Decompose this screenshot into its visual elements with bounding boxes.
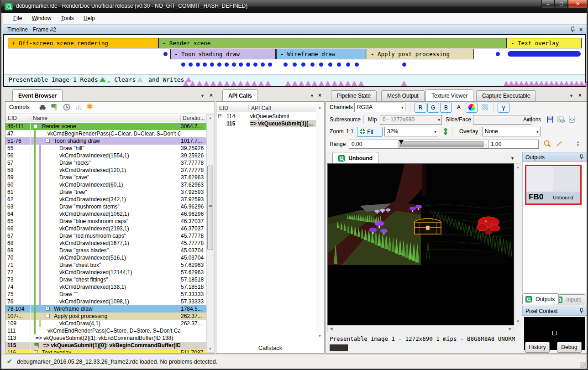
tab-texture-viewer[interactable]: Texture Viewer (425, 89, 473, 101)
expand-icon[interactable]: + (46, 307, 50, 311)
event-row[interactable]: 61Draw "tree"37.92593 (5, 188, 207, 196)
debug-button[interactable]: Debug (557, 342, 582, 353)
texture-viewer-close-icon[interactable]: × (578, 92, 582, 99)
event-row[interactable]: 66vkCmdDrawIndexed(2193,1)46.37037 (5, 225, 207, 232)
overlay-select[interactable]: None▾ (482, 127, 541, 136)
api-call-row[interactable]: 115=> vkQueueSubmit(1)[... (216, 120, 317, 127)
event-row[interactable]: 116-...+Text overlay511.7037 (5, 349, 207, 353)
texture-hscrollbar[interactable]: ◀▶ (327, 325, 514, 332)
event-row[interactable]: 60vkCmdDrawIndexed(60,1)37.62963 (5, 181, 207, 188)
event-row[interactable]: 46-111-Render scene3064.7... (5, 123, 207, 130)
event-row[interactable]: 59Draw "cave"37.62963 (5, 174, 207, 181)
collapse-icon[interactable]: - (34, 124, 38, 128)
expand-icon[interactable]: + (34, 350, 38, 353)
event-row[interactable]: 56vkCmdDrawIndexed(1554,1)39.25926 (5, 152, 207, 159)
bookmark-flag-icon[interactable] (50, 103, 58, 113)
fit-button[interactable]: Fit (357, 127, 383, 137)
event-row[interactable]: 71Draw "chest box"57.62963 (5, 261, 207, 269)
code-icon[interactable]: <> (568, 115, 576, 125)
resize-grip[interactable] (580, 362, 586, 368)
event-row[interactable]: 109vkCmdDraw(4,1)262.37... (5, 320, 207, 327)
event-row[interactable]: 113=> vkQueueSubmit(2)[1]: vkEndCommandB… (5, 334, 207, 342)
event-row[interactable]: 68vkCmdDrawIndexed(1677,1)45.77778 (5, 240, 207, 247)
channels-select[interactable]: RGBA▾ (354, 103, 405, 112)
timeline-bar[interactable]: - Apply post processing (367, 49, 474, 59)
link-icon[interactable] (557, 116, 565, 125)
timeline-panel[interactable]: + Off-screen scene rendering- Render sce… (3, 34, 586, 87)
tab-unbound-texture[interactable]: Unbound (332, 152, 378, 163)
event-row[interactable]: 78-104+Wireframe draw1784.5... (5, 305, 207, 313)
tab-event-browser[interactable]: Event Browser (12, 89, 63, 101)
range-spinner-icon[interactable]: ▲▼ (576, 141, 580, 147)
tab-outputs[interactable]: Outputs (522, 293, 559, 304)
save-icon[interactable] (546, 115, 554, 125)
event-row[interactable]: 57Draw "rocks"37.77778 (5, 159, 207, 167)
chevron-down-icon[interactable]: ▾ (311, 93, 313, 98)
flip-y-icon[interactable] (443, 127, 448, 137)
expand-icon[interactable]: + (218, 114, 222, 118)
event-row[interactable]: 75Draw ""57.33333 (5, 291, 207, 298)
api-call-text[interactable]: => vkQueueSubmit(1)[... (250, 120, 316, 127)
channel-b-button[interactable]: B (440, 103, 452, 113)
channel-g-button[interactable]: G (427, 103, 439, 113)
event-row[interactable]: 73Draw "chest fittings"57.18518 (5, 276, 207, 283)
zoom-select[interactable]: 32%▾ (384, 127, 438, 136)
event-browser-columns[interactable]: EID Name Duratio... (5, 114, 207, 122)
collapse-icon[interactable]: - (46, 139, 50, 143)
mip-select[interactable]: 0 - 1272x690▾ (380, 115, 442, 125)
event-row[interactable]: 62vkCmdDrawIndexed(342,1)37.92593 (5, 196, 207, 203)
event-row[interactable]: 51-76-Toon shading draw1017.7... (5, 137, 207, 145)
chevron-down-icon[interactable]: ▾ (201, 93, 204, 98)
event-row[interactable]: 67Draw "red mushroom caps"45.77778 (5, 232, 207, 240)
range-max-input[interactable]: 1.00 (488, 140, 539, 149)
api-call-row[interactable]: +114vkQueueSubmit (216, 113, 317, 120)
minimize-button[interactable]: – (541, 0, 555, 9)
zoom-1to1-button[interactable]: 1:1 (346, 128, 354, 135)
timeline-bar[interactable]: - Render scene (158, 38, 507, 48)
event-row[interactable]: 111vkCmdEndRenderPass(C=Store, D=Store, … (5, 327, 207, 334)
event-row[interactable]: 69Draw "grass blades"45.03704 (5, 247, 207, 254)
find-icon[interactable] (38, 104, 47, 112)
event-row[interactable]: 47vkCmdBeginRenderPass(C=Clear, D=Clear,… (5, 130, 207, 137)
texture-display[interactable] (327, 163, 514, 325)
event-row[interactable]: 76vkCmdDrawIndexed(1098,1)57.33333 (5, 298, 207, 305)
event-row[interactable]: 74vkCmdDrawIndexed(138,1)57.18518 (5, 283, 207, 291)
chevron-down-icon[interactable]: ▾ (570, 93, 572, 98)
api-calls-close-icon[interactable]: × (318, 92, 321, 99)
wand-icon[interactable] (555, 140, 563, 149)
output-fb0-thumbnail[interactable]: FB0 Unbound (525, 165, 582, 205)
sliceface-select[interactable]: ▾ (473, 115, 531, 125)
event-row[interactable]: 107-...-Apply post processing262.37... (5, 313, 207, 320)
event-row[interactable]: 63Draw "mushroom stems"46.96296 (5, 203, 207, 210)
event-row[interactable]: 115=> vkQueueSubmit(1)[0]: vkBeginComman… (5, 342, 207, 349)
resolve-icon[interactable]: ✱ (87, 102, 93, 111)
tab-mesh-output[interactable]: Mesh Output (381, 90, 425, 101)
range-white-handle[interactable] (483, 144, 487, 148)
event-row[interactable]: 70vkCmdDrawIndexed(516,1)45.03704 (5, 254, 207, 261)
title-bar[interactable]: debugmarker.rdc - RenderDoc Unofficial r… (1, 0, 588, 13)
pin-icon[interactable] (579, 308, 584, 315)
event-browser-close-icon[interactable]: × (210, 92, 213, 99)
channel-a-button[interactable]: A (453, 103, 465, 113)
event-row[interactable]: 72vkCmdDrawIndexed(12144,1)57.62963 (5, 269, 207, 276)
maximize-button[interactable]: □ (555, 0, 568, 9)
color-wheel-icon[interactable] (466, 103, 478, 113)
tab-api-calls[interactable]: API Calls (222, 89, 258, 101)
event-row[interactable]: 65Draw "blue mushroom caps"46.37037 (5, 218, 207, 225)
timeline-bar[interactable]: - Wireframe draw (276, 49, 366, 59)
event-row[interactable]: 64vkCmdDrawIndexed(1062,1)46.96296 (5, 210, 207, 218)
event-row[interactable]: 58vkCmdDrawIndexed(120,1)37.77778 (5, 167, 207, 174)
menu-tools[interactable]: Tools (57, 13, 78, 24)
chevron-down-icon[interactable]: ▾ (511, 156, 514, 161)
time-duration-icon[interactable] (63, 104, 70, 112)
timeline-bar[interactable]: - Text overlay (507, 38, 582, 48)
menu-window[interactable]: Window (28, 13, 56, 24)
pin-icon[interactable] (579, 154, 584, 161)
gamma-button[interactable]: γ (498, 103, 509, 113)
timeline-bar[interactable]: - Toon shading draw (170, 49, 276, 59)
close-button[interactable]: ✕ (568, 0, 588, 9)
range-black-handle[interactable] (399, 140, 404, 144)
api-calls-scrollbar[interactable]: ▲ ▼ (316, 104, 324, 339)
history-button[interactable]: History (525, 342, 550, 353)
menu-help[interactable]: Help (79, 13, 99, 24)
